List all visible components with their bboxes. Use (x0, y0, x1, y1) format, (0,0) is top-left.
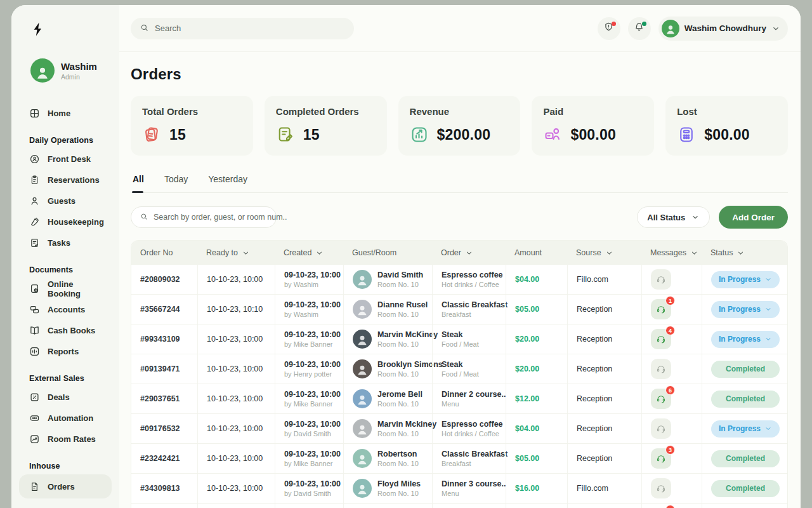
created-date: 09-10-23, 10:00 (284, 390, 341, 399)
sidebar-item-reservations[interactable]: Reservations (19, 170, 112, 190)
sidebar-item-home[interactable]: Home (19, 103, 112, 124)
order-cell: Espresso coffeeHot drinks / Coffee (432, 504, 506, 508)
messages-cell: 4 (641, 324, 702, 354)
sidebar-item-label: Home (48, 109, 70, 118)
unread-badge: 6 (665, 385, 675, 395)
table-row: #3430981310-10-23, 10:0009-10-23, 10:00b… (131, 474, 787, 504)
tab-yesterday[interactable]: Yesterday (207, 171, 248, 192)
user-menu[interactable]: Washim Chowdhury (658, 17, 788, 41)
column-header-created[interactable]: Created (275, 248, 343, 257)
messages-button[interactable]: 6 (651, 389, 671, 409)
chevron-down-icon (771, 24, 780, 33)
guest-name: Brooklyn Simons (377, 360, 432, 369)
stat-card-completed-orders: Completed Orders15 (265, 96, 387, 156)
status-cell: Completed (702, 444, 787, 473)
amount-value: $16.00 (515, 484, 539, 493)
messages-button[interactable]: 3 (651, 448, 671, 469)
source-cell: Reception (567, 504, 641, 508)
messages-button[interactable]: 1 (651, 299, 671, 319)
source-value: Reception (577, 394, 612, 403)
status-filter-dropdown[interactable]: All Status (637, 206, 710, 228)
automation-icon (29, 413, 40, 424)
sidebar-item-online-booking[interactable]: Online Booking (19, 278, 112, 299)
status-label: In Progress (719, 305, 761, 314)
stat-card-revenue: Revenue$200.00 (398, 96, 521, 156)
sidebar-item-room-rates[interactable]: Room Rates (19, 429, 112, 450)
messages-cell: 3 (641, 444, 702, 473)
status-label: Completed (726, 394, 765, 403)
order-no-cell: #34309813 (131, 474, 197, 503)
created-by: by Henry potter (284, 370, 341, 378)
messages-cell: 2 (641, 504, 702, 508)
status-label: Completed (726, 454, 765, 463)
messages-button[interactable] (651, 269, 671, 290)
sidebar-item-automation[interactable]: Automation (19, 408, 112, 429)
chevron-down-icon (737, 249, 745, 257)
sidebar-item-label: Deals (48, 392, 70, 402)
column-header-status[interactable]: Status (702, 248, 787, 257)
ready-to-cell: 10-10-23, 10:00 (197, 444, 275, 473)
messages-cell: 1 (641, 295, 702, 324)
alerts-button[interactable] (598, 17, 620, 40)
stat-label: Lost (677, 106, 776, 117)
tab-today[interactable]: Today (164, 171, 188, 192)
tasks-icon (29, 237, 40, 248)
order-cell: Classic BreakfastBreakfast (432, 295, 506, 324)
messages-button[interactable] (651, 478, 671, 498)
notifications-button[interactable] (628, 17, 651, 40)
order-no: #23242421 (140, 454, 180, 463)
messages-button[interactable]: 4 (651, 329, 671, 349)
order-category: Menu (442, 490, 506, 497)
sidebar-item-housekeeping[interactable]: Housekeeping (19, 211, 112, 232)
sidebar-item-reports[interactable]: Reports (19, 341, 112, 362)
table-row: #2903765110-10-23, 10:0009-10-23, 10:00b… (131, 384, 787, 414)
sidebar-item-label: Orders (48, 482, 75, 491)
fillo-logo-icon (30, 22, 46, 37)
created-by: by Mike Banner (284, 460, 341, 467)
user-name: Washim Chowdhury (684, 23, 766, 33)
add-order-button[interactable]: Add Order (719, 206, 788, 229)
messages-cell (641, 474, 702, 503)
table-row: #1020394810-10-23, 10:0009-10-23, 10:00b… (131, 504, 787, 508)
tab-all[interactable]: All (132, 171, 145, 192)
source-cell: Fillo.com (567, 474, 641, 503)
sidebar-item-deals[interactable]: Deals (19, 387, 112, 408)
sidebar-item-accounts[interactable]: Accounts (19, 299, 112, 320)
amount-cell: $04.00 (506, 265, 567, 294)
status-cell: Completed (702, 354, 787, 384)
status-pill[interactable]: In Progress (711, 301, 780, 318)
sidebar-item-orders[interactable]: Orders (19, 474, 112, 498)
chevron-down-icon (764, 305, 772, 313)
order-no-cell: #99343109 (131, 324, 197, 354)
created-date: 09-10-23, 10:00 (284, 330, 341, 339)
column-header-order[interactable]: Order (432, 248, 506, 257)
sidebar-item-front-desk[interactable]: Front Desk (19, 149, 112, 170)
order-cell: Espresso coffeeHot drinks / Coffee (432, 265, 506, 294)
amount-cell: $05.00 (506, 295, 567, 324)
source-value: Reception (577, 364, 612, 373)
sidebar-item-label: Reservations (48, 175, 100, 185)
created-cell: 09-10-23, 10:00by Washim (275, 295, 343, 324)
column-header-ready-to[interactable]: Ready to (197, 248, 275, 257)
orders-icon (29, 481, 40, 492)
table-search-input[interactable]: Search by order, guest, or room num.. (131, 206, 277, 228)
global-search-input[interactable]: Search (131, 18, 354, 39)
messages-button[interactable] (651, 359, 671, 379)
amount-cell: $12.00 (506, 384, 567, 413)
ready-to-value: 10-10-23, 10:00 (207, 484, 263, 493)
column-header-sourse[interactable]: Sourse (567, 248, 641, 257)
sidebar-item-guests[interactable]: Guests (19, 190, 112, 211)
created-by: by David Smith (284, 490, 341, 497)
status-pill[interactable]: In Progress (711, 331, 780, 348)
column-label: Status (710, 248, 733, 257)
amount-cell: $04.00 (506, 414, 567, 443)
guest-room: Room No. 10 (377, 430, 432, 438)
sidebar-item-tasks[interactable]: Tasks (19, 232, 112, 253)
column-header-messages[interactable]: Messages (641, 248, 702, 257)
status-pill[interactable]: In Progress (711, 271, 780, 288)
stat-label: Total Orders (142, 106, 242, 117)
sidebar-item-cash-books[interactable]: Cash Books (19, 320, 112, 341)
messages-button[interactable] (651, 418, 671, 439)
status-pill[interactable]: In Progress (711, 420, 780, 438)
order-name: Espresso coffee (442, 420, 503, 429)
